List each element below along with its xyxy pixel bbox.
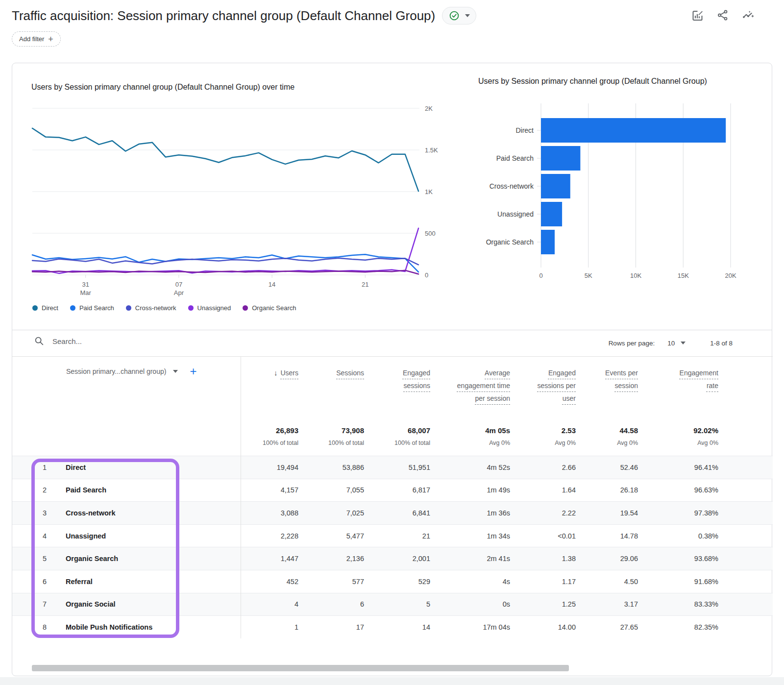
page-background-strip xyxy=(0,677,784,685)
legend-dot-icon xyxy=(126,305,131,311)
metric-cell: 4,157 xyxy=(241,486,298,494)
legend-item-paid-search[interactable]: Paid Search xyxy=(70,304,114,312)
table-row[interactable]: 2Paid Search4,1577,0556,8171m 49s1.6426.… xyxy=(12,479,773,502)
table-row[interactable]: 5Organic Search1,4472,1362,0012m 41s1.38… xyxy=(12,547,773,570)
svg-text:10K: 10K xyxy=(630,272,641,279)
bar-unassigned[interactable] xyxy=(541,202,562,226)
legend-item-direct[interactable]: Direct xyxy=(32,304,58,312)
total-subtext: 100% of total xyxy=(394,440,430,446)
page-title: Traffic acquisition: Session primary cha… xyxy=(12,8,435,24)
bar-category-label: Unassigned xyxy=(497,210,534,218)
metric-cell: 17 xyxy=(298,623,364,631)
column-header-label: Engaged sessions xyxy=(387,367,430,392)
metric-cell: 14.78 xyxy=(576,532,638,540)
metric-cell: 26.18 xyxy=(576,486,638,494)
total-value: 92.02% xyxy=(693,426,718,436)
table-header-row: Session primary...channel group) + ↓User… xyxy=(12,356,773,417)
svg-text:0: 0 xyxy=(539,272,542,279)
legend-label: Unassigned xyxy=(197,304,231,312)
dimension-cell: 6Referral xyxy=(12,578,241,586)
table-toolbar: Rows per page: 10 1-8 of 8 xyxy=(12,332,772,354)
chevron-down-icon xyxy=(465,14,470,17)
share-button[interactable] xyxy=(715,8,730,23)
metric-cell: 97.38% xyxy=(638,509,718,517)
svg-text:5K: 5K xyxy=(585,272,592,279)
channel-name: Organic Search xyxy=(66,555,118,563)
column-header-engaged-sessions-per-user[interactable]: Engaged sessions per user xyxy=(510,367,576,405)
table-row[interactable]: 7Organic Social4650s1.253.1783.33% xyxy=(12,593,773,616)
metric-cell: 6 xyxy=(298,600,364,608)
total-subtext: Avg 0% xyxy=(489,440,510,446)
table-body: 1Direct19,49453,88651,9514m 52s2.6652.46… xyxy=(12,456,773,638)
dimension-cell: 7Organic Social xyxy=(12,600,241,608)
metric-cell: 52.46 xyxy=(576,464,638,471)
column-header-events-per-session[interactable]: Events per session xyxy=(576,367,638,392)
bar-category-label: Cross-network xyxy=(490,182,534,190)
column-header-users[interactable]: ↓Users xyxy=(241,367,298,379)
total-value: 4m 05s xyxy=(485,426,510,436)
metric-cell: 4.50 xyxy=(576,578,638,586)
bar-cross-network[interactable] xyxy=(541,174,570,198)
horizontal-scrollbar-thumb[interactable] xyxy=(32,665,569,671)
metric-cell: 91.68% xyxy=(638,578,718,586)
chevron-down-icon xyxy=(681,342,686,344)
data-quality-badge[interactable] xyxy=(442,7,476,24)
table-row[interactable]: 3Cross-network3,0887,0256,8411m 36s2.221… xyxy=(12,501,773,524)
legend-item-unassigned[interactable]: Unassigned xyxy=(188,304,231,312)
bar-category-label: Organic Search xyxy=(486,238,534,246)
column-header-engaged-sessions[interactable]: Engaged sessions xyxy=(364,367,430,392)
add-filter-button[interactable]: Add filter + xyxy=(12,31,61,47)
column-header-average-engagement-time-per-session[interactable]: Average engagement time per session xyxy=(430,367,510,405)
channel-name: Unassigned xyxy=(66,532,106,540)
report-card: Users by Session primary channel group (… xyxy=(12,63,772,676)
metric-cell: 2,228 xyxy=(241,532,298,540)
add-dimension-button[interactable]: + xyxy=(190,367,196,376)
legend-item-organic-search[interactable]: Organic Search xyxy=(243,304,296,312)
bar-paid-search[interactable] xyxy=(541,146,580,171)
metric-cell: 2m 41s xyxy=(430,555,510,563)
metric-cell: 27.65 xyxy=(576,623,638,631)
dimension-header-label: Session primary...channel group) xyxy=(66,367,166,375)
column-header-engagement-rate[interactable]: Engagement rate xyxy=(638,367,718,392)
column-header-label: Engagement rate xyxy=(669,367,718,392)
total-value: 73,908 xyxy=(342,426,364,436)
table-row[interactable]: 1Direct19,49453,88651,9514m 52s2.6652.46… xyxy=(12,456,773,479)
table-row[interactable]: 6Referral4525775294s1.174.5091.68% xyxy=(12,570,773,593)
metric-cell: 0.38% xyxy=(638,532,718,540)
metric-cell: 14.00 xyxy=(510,623,576,631)
legend-item-cross-network[interactable]: Cross-network xyxy=(126,304,176,312)
table-row[interactable]: 8Mobile Push Notifications1171417m 04s14… xyxy=(12,615,773,638)
table-row[interactable]: 4Unassigned2,2285,477211m 34s<0.0114.780… xyxy=(12,524,773,547)
insights-button[interactable] xyxy=(741,8,756,23)
dimension-cell: 5Organic Search xyxy=(12,555,241,563)
column-header-label: Average engagement time per session xyxy=(452,367,510,405)
column-divider xyxy=(241,356,241,638)
column-header-sessions[interactable]: Sessions xyxy=(298,367,364,379)
legend-dot-icon xyxy=(70,305,75,311)
customize-report-button[interactable] xyxy=(690,8,705,23)
metric-cell: 2,136 xyxy=(298,555,364,563)
metric-cell: 83.33% xyxy=(638,600,718,608)
total-users: 26,893100% of total xyxy=(241,426,298,456)
total-value: 2.53 xyxy=(562,426,576,436)
svg-text:07: 07 xyxy=(175,281,182,288)
bar-organic-search[interactable] xyxy=(541,230,555,254)
rows-per-page-select[interactable]: 10 xyxy=(667,340,686,347)
row-index: 5 xyxy=(43,555,60,563)
bar-direct[interactable] xyxy=(541,118,726,143)
metric-cell: 2.66 xyxy=(510,464,576,471)
svg-text:500: 500 xyxy=(425,230,436,237)
search-input[interactable] xyxy=(52,337,239,345)
metric-cell: 96.63% xyxy=(638,486,718,494)
total-subtext: 100% of total xyxy=(263,440,298,446)
total-subtext: Avg 0% xyxy=(697,440,718,446)
section-divider xyxy=(12,330,772,330)
metric-cell: 29.06 xyxy=(576,555,638,563)
channel-name: Paid Search xyxy=(66,486,106,494)
metric-cell: 93.68% xyxy=(638,555,718,563)
metric-cell: 577 xyxy=(298,578,364,586)
dimension-header[interactable]: Session primary...channel group) + xyxy=(12,367,241,376)
table-totals-row: 26,893100% of total73,908100% of total68… xyxy=(12,417,773,456)
sort-descending-icon: ↓ xyxy=(274,367,278,379)
total-value: 68,007 xyxy=(408,426,430,436)
